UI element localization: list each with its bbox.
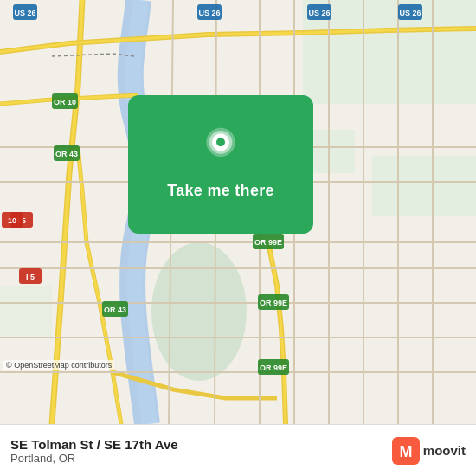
location-info: SE Tolman St / SE 17th Ave Portland, OR [10,437,392,465]
svg-text:US 26: US 26 [14,9,35,17]
map-container: US 26 US 26 US 26 US 26 OR 10 OR 43 OR 4… [0,0,476,424]
location-city: Portland, OR [10,452,392,465]
svg-point-52 [216,138,225,146]
svg-text:OR 99E: OR 99E [254,238,282,247]
take-me-there-button[interactable]: Take me there [157,178,285,203]
svg-rect-4 [372,156,476,216]
svg-text:US 26: US 26 [198,9,220,17]
svg-text:I 5: I 5 [26,273,35,281]
bottom-bar: SE Tolman St / SE 17th Ave Portland, OR … [0,424,476,476]
svg-text:M: M [399,443,412,460]
moovit-logo: M moovit [392,437,466,465]
svg-rect-5 [0,286,52,338]
svg-point-1 [151,242,247,381]
osm-attribution: © OpenStreetMap contributors [3,360,114,370]
svg-text:US 26: US 26 [399,9,421,17]
svg-text:OR 10: OR 10 [54,98,76,106]
location-name: SE Tolman St / SE 17th Ave [10,437,392,452]
moovit-text: moovit [423,443,466,458]
svg-text:OR 99E: OR 99E [260,363,287,372]
svg-text:OR 43: OR 43 [104,306,126,314]
location-pin-icon [199,126,242,170]
svg-text:OR 99E: OR 99E [260,299,287,307]
svg-text:OR 43: OR 43 [55,150,78,158]
svg-text:US 26: US 26 [308,9,330,17]
svg-text:10: 10 [8,216,16,225]
action-card: Take me there [128,95,313,234]
moovit-icon: M [392,437,420,465]
